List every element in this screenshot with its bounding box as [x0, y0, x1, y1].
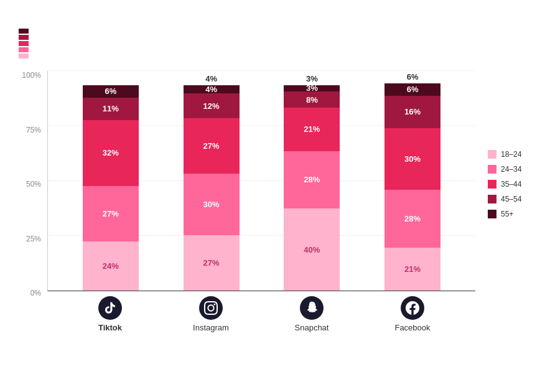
- segment-tiktok-3: 27%: [83, 186, 139, 241]
- chart-body: 6%11%32%27%24%4%4%12%27%30%27%3%3%8%21%2…: [47, 71, 475, 332]
- segment-snapchat-2: 21%: [284, 108, 340, 151]
- legend-color-4: [488, 210, 496, 218]
- segment-facebook-2: 30%: [385, 128, 440, 190]
- y-label-75: 75%: [26, 126, 41, 134]
- segment-facebook-4: 21%: [385, 248, 440, 291]
- bar-group-snapchat: 3%3%8%21%28%40%: [277, 74, 346, 291]
- app-icon-instagram: [199, 296, 223, 320]
- bar-wrapper-instagram: 4%12%27%30%27%: [184, 85, 240, 291]
- segment-tiktok-4: 24%: [83, 241, 139, 291]
- x-labels-row: TiktokInstagramSnapchatFacebook: [47, 291, 475, 332]
- y-label-25: 25%: [26, 235, 41, 243]
- legend-text-4: 55+: [501, 210, 513, 218]
- segment-facebook-3: 28%: [385, 190, 440, 247]
- x-label-tiktok: Tiktok: [76, 291, 144, 332]
- segment-instagram-3: 30%: [184, 174, 240, 235]
- app-icon-facebook: [401, 296, 424, 320]
- legend-text-0: 18–24: [501, 150, 521, 159]
- top-label-facebook: 6%: [407, 72, 419, 82]
- segment-instagram-2: 27%: [184, 118, 240, 174]
- y-label-100: 100%: [22, 71, 41, 80]
- y-label-0: 0%: [30, 289, 41, 297]
- legend-item-3: 45–54: [488, 195, 531, 203]
- x-label-instagram: Instagram: [177, 291, 245, 332]
- legend-text-2: 35–44: [501, 180, 521, 189]
- y-axis: 100% 75% 50% 25% 0%: [19, 71, 47, 332]
- segment-snapchat-3: 28%: [284, 151, 340, 208]
- bar-group-facebook: 6%6%16%30%28%21%: [378, 72, 447, 291]
- top-label-snapchat: 3%: [306, 74, 318, 83]
- legend-color-3: [488, 195, 496, 203]
- bars-container: 6%11%32%27%24%4%4%12%27%30%27%3%3%8%21%2…: [48, 71, 475, 291]
- segment-instagram-4: 27%: [184, 235, 240, 291]
- legend-swatch: [19, 29, 29, 58]
- segment-instagram-0: 4%: [184, 85, 240, 93]
- segment-tiktok-0: 6%: [83, 85, 139, 98]
- segment-snapchat-1: 8%: [284, 91, 340, 108]
- app-name-snapchat: Snapchat: [295, 323, 329, 332]
- legend-color-1: [488, 165, 496, 174]
- y-label-50: 50%: [26, 180, 41, 189]
- app-icon-snapchat: [300, 296, 324, 320]
- bar-wrapper-tiktok: 6%11%32%27%24%: [83, 85, 139, 291]
- bar-wrapper-facebook: 6%16%30%28%21%: [385, 83, 440, 291]
- segment-snapchat-0: 3%: [284, 85, 340, 91]
- top-label-instagram: 4%: [205, 74, 217, 83]
- x-label-facebook: Facebook: [378, 291, 447, 332]
- legend-right: 18–2424–3435–4445–5455+: [475, 71, 531, 332]
- legend-item-1: 24–34: [488, 165, 531, 174]
- segment-instagram-1: 12%: [184, 93, 240, 118]
- bar-group-instagram: 4%4%12%27%30%27%: [177, 74, 246, 291]
- segment-tiktok-2: 32%: [83, 120, 139, 186]
- app-name-facebook: Facebook: [394, 323, 430, 332]
- legend-item-2: 35–44: [488, 180, 531, 189]
- app-icon-tiktok: [98, 296, 122, 320]
- app-name-instagram: Instagram: [193, 323, 229, 332]
- chart-area: 100% 75% 50% 25% 0% 6%11%32%27%24%4%4%12…: [19, 71, 531, 332]
- segment-facebook-1: 16%: [385, 96, 440, 129]
- segment-tiktok-1: 11%: [83, 98, 139, 120]
- bar-wrapper-snapchat: 3%8%21%28%40%: [284, 85, 340, 291]
- segment-snapchat-4: 40%: [284, 208, 340, 291]
- legend-color-0: [488, 150, 496, 159]
- legend-item-4: 55+: [488, 210, 531, 218]
- app-name-tiktok: Tiktok: [98, 323, 122, 332]
- legend-color-2: [488, 180, 496, 189]
- legend-text-1: 24–34: [501, 165, 521, 174]
- legend-area: [19, 29, 531, 58]
- bars-row: 6%11%32%27%24%4%4%12%27%30%27%3%3%8%21%2…: [47, 71, 475, 291]
- bar-group-tiktok: 6%11%32%27%24%: [77, 83, 145, 291]
- legend-item-0: 18–24: [488, 150, 531, 159]
- x-label-snapchat: Snapchat: [277, 291, 346, 332]
- segment-facebook-0: 6%: [385, 83, 440, 96]
- legend-text-3: 45–54: [501, 195, 521, 203]
